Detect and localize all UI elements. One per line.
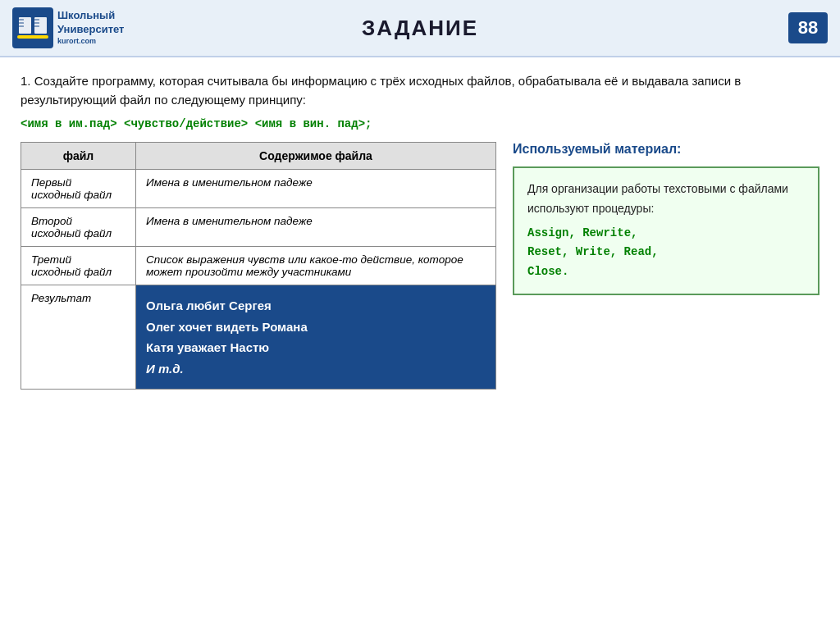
result-content-cell: Ольга любит Сергея Олег хочет видеть Ром… xyxy=(136,285,496,390)
row3-file: Третийисходный файл xyxy=(21,247,136,285)
page-number: 88 xyxy=(788,12,828,43)
result-line-4: И т.д. xyxy=(146,358,486,380)
files-table: файл Содержимое файла Первыйисходный фай… xyxy=(21,142,496,390)
svg-rect-8 xyxy=(34,25,39,27)
logo-line3: kurort.com xyxy=(57,37,124,47)
svg-rect-6 xyxy=(34,19,39,21)
row2-content: Имена в именительном падеже xyxy=(136,208,496,247)
content-row: файл Содержимое файла Первыйисходный фай… xyxy=(21,142,819,390)
table-row: Первыйисходный файл Имена в именительном… xyxy=(21,170,496,208)
row2-file: Второйисходный файл xyxy=(21,208,136,247)
table-container: файл Содержимое файла Первыйисходный фай… xyxy=(21,142,496,390)
code-line: <имя в им.пад> <чувство/действие> <имя в… xyxy=(21,117,819,130)
used-material-title: Используемый материал: xyxy=(513,142,819,157)
result-line-3: Катя уважает Настю xyxy=(146,337,486,358)
result-row: Результат Ольга любит Сергея Олег хочет … xyxy=(21,285,496,390)
right-panel: Используемый материал: Для организации р… xyxy=(513,142,819,390)
svg-rect-7 xyxy=(34,22,39,24)
row1-file: Первыйисходный файл xyxy=(21,170,136,208)
main-content: 1. Создайте программу, которая считывала… xyxy=(0,57,840,402)
svg-rect-9 xyxy=(17,35,48,39)
logo-line2: Университет xyxy=(57,23,124,37)
page-title: ЗАДАНИЕ xyxy=(362,16,478,41)
material-box: Для организации работы техстовыми с файл… xyxy=(513,166,819,295)
material-description: Для организации работы техстовыми с файл… xyxy=(527,180,805,219)
logo-area: Школьный Университет kurort.com xyxy=(12,7,124,48)
col-content-header: Содержимое файла xyxy=(136,143,496,170)
material-code-items: Assign, Rewrite, Reset, Write, Read, Clo… xyxy=(527,224,805,282)
table-header-row: файл Содержимое файла xyxy=(21,143,496,170)
svg-rect-5 xyxy=(19,25,24,27)
row3-content: Список выражения чувств или какое-то дей… xyxy=(136,247,496,285)
rewrite-keyword: Rewrite, xyxy=(582,226,637,239)
col-file-header: файл xyxy=(21,143,136,170)
logo-line1: Школьный xyxy=(57,9,124,23)
result-line-2: Олег хочет видеть Романа xyxy=(146,317,486,338)
logo-text: Школьный Университет kurort.com xyxy=(57,9,124,46)
row1-content: Имена в именительном падеже xyxy=(136,170,496,208)
table-row: Второйисходный файл Имена в именительном… xyxy=(21,208,496,247)
svg-rect-3 xyxy=(19,19,24,21)
result-file-label: Результат xyxy=(21,285,136,390)
logo-icon xyxy=(12,7,53,48)
result-line-1: Ольга любит Сергея xyxy=(146,295,486,317)
svg-rect-4 xyxy=(19,22,24,24)
svg-rect-0 xyxy=(12,7,53,48)
table-row: Третийисходный файл Список выражения чув… xyxy=(21,247,496,285)
task-description: 1. Создайте программу, которая считывала… xyxy=(21,72,819,109)
header: Школьный Университет kurort.com ЗАДАНИЕ … xyxy=(0,0,840,57)
